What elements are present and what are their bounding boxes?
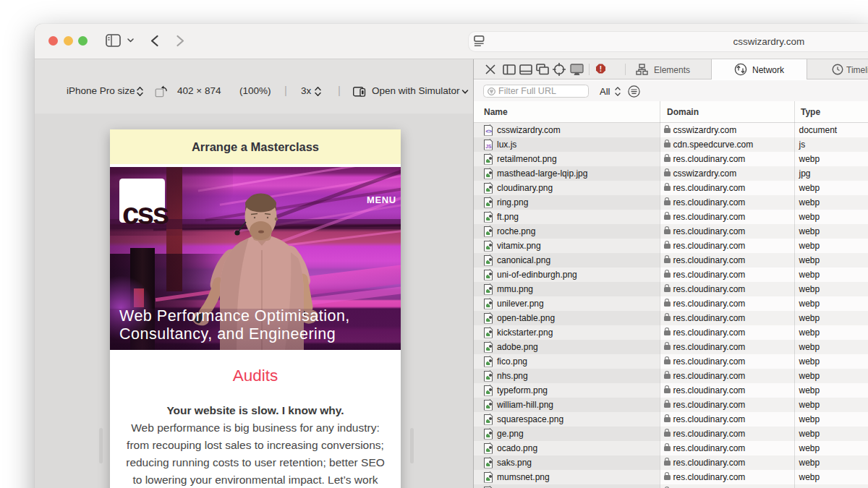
svg-text:!: ! (600, 65, 602, 73)
